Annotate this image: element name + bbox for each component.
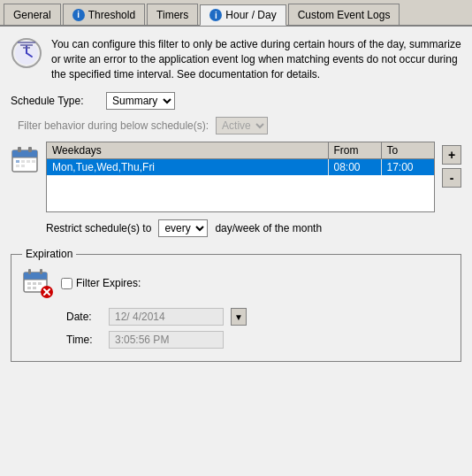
- restrict-suffix: day/week of the month: [215, 222, 322, 234]
- info-text: You can configure this filter to only be…: [51, 37, 461, 81]
- svg-rect-21: [40, 269, 42, 274]
- time-row: Time:: [66, 331, 450, 349]
- hour-day-info-icon: i: [209, 9, 222, 21]
- svg-rect-15: [32, 160, 35, 163]
- filter-expires-checkbox[interactable]: [61, 278, 72, 289]
- schedule-buttons: + -: [442, 145, 461, 212]
- col-to: To: [381, 142, 434, 159]
- filter-behavior-select[interactable]: Active: [216, 117, 268, 134]
- col-weekdays: Weekdays: [47, 142, 328, 159]
- svg-rect-8: [12, 150, 37, 157]
- svg-rect-20: [28, 269, 31, 274]
- filter-behavior-row: Filter behavior during below schedule(s)…: [18, 117, 461, 134]
- remove-schedule-button[interactable]: -: [442, 168, 461, 188]
- tab-custom-event-logs-label: Custom Event Logs: [298, 9, 391, 21]
- row-to: 17:00: [381, 159, 434, 176]
- schedule-calendar-icon: [11, 145, 39, 173]
- restrict-label: Restrict schedule(s) to: [46, 222, 151, 234]
- expiration-inner: Filter Expires:: [22, 267, 450, 299]
- time-label: Time:: [66, 334, 102, 346]
- svg-rect-24: [33, 282, 36, 285]
- filter-expires-checkbox-label[interactable]: Filter Expires:: [61, 277, 141, 289]
- filter-expires-text: Filter Expires:: [76, 277, 141, 289]
- date-dropdown-button[interactable]: ▼: [231, 308, 247, 326]
- tab-bar: General i Threshold Timers i Hour / Day …: [0, 0, 472, 27]
- tab-threshold[interactable]: i Threshold: [63, 4, 145, 25]
- svg-rect-14: [27, 160, 30, 163]
- tab-general-label: General: [13, 9, 51, 21]
- svg-rect-10: [28, 147, 32, 152]
- svg-rect-13: [21, 160, 25, 163]
- tab-custom-event-logs[interactable]: Custom Event Logs: [288, 4, 400, 25]
- svg-rect-16: [16, 165, 19, 167]
- add-schedule-button[interactable]: +: [442, 145, 461, 165]
- content-area: You can configure this filter to only be…: [0, 27, 472, 476]
- svg-rect-9: [18, 147, 21, 152]
- schedule-table: Weekdays From To Mon,Tue,Wed,Thu,Fri 08:…: [47, 142, 434, 175]
- tab-threshold-label: Threshold: [88, 9, 135, 21]
- schedule-type-select[interactable]: Summary Active Error: [106, 92, 175, 110]
- row-from: 08:00: [328, 159, 381, 176]
- svg-rect-27: [33, 287, 36, 289]
- row-weekdays: Mon,Tue,Wed,Thu,Fri: [47, 159, 328, 176]
- schedule-type-label: Schedule Type:: [11, 95, 99, 107]
- restrict-select[interactable]: every: [158, 219, 208, 237]
- date-label: Date:: [66, 311, 102, 323]
- expiration-legend: Expiration: [22, 248, 76, 260]
- col-from: From: [328, 142, 381, 159]
- schedule-table-wrapper: Weekdays From To Mon,Tue,Wed,Thu,Fri 08:…: [46, 142, 435, 212]
- error-x-icon: [40, 285, 54, 299]
- clock-filter-icon: [11, 37, 42, 69]
- time-input[interactable]: [109, 331, 224, 349]
- date-row: Date: ▼: [66, 308, 450, 326]
- date-input[interactable]: [109, 308, 224, 326]
- filter-behavior-label: Filter behavior during below schedule(s)…: [18, 119, 209, 132]
- tab-hour-day-label: Hour / Day: [225, 9, 276, 21]
- svg-rect-19: [24, 273, 47, 280]
- tab-timers-label: Timers: [156, 9, 188, 21]
- tab-hour-day[interactable]: i Hour / Day: [200, 4, 285, 26]
- svg-rect-23: [27, 282, 31, 285]
- restrict-row: Restrict schedule(s) to every day/week o…: [46, 219, 461, 237]
- info-box: You can configure this filter to only be…: [11, 37, 461, 81]
- tab-general[interactable]: General: [4, 4, 61, 25]
- schedule-type-row: Schedule Type: Summary Active Error: [11, 92, 461, 110]
- expiration-fieldset: Expiration: [11, 248, 461, 362]
- threshold-info-icon: i: [72, 9, 85, 21]
- calendar-x-icon: [22, 267, 54, 299]
- table-row[interactable]: Mon,Tue,Wed,Thu,Fri 08:00 17:00: [47, 159, 434, 176]
- tab-timers[interactable]: Timers: [147, 4, 198, 25]
- schedule-section: Weekdays From To Mon,Tue,Wed,Thu,Fri 08:…: [11, 142, 461, 212]
- svg-rect-12: [16, 160, 19, 163]
- svg-rect-17: [21, 165, 25, 167]
- svg-rect-26: [27, 287, 31, 289]
